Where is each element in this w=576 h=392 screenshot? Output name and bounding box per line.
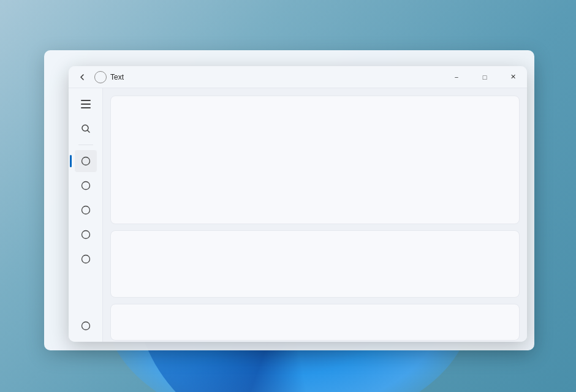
sidebar-item-2[interactable] — [75, 175, 97, 197]
svg-rect-2 — [81, 107, 91, 108]
sidebar-item-4[interactable] — [75, 224, 97, 246]
content-panel-2 — [110, 230, 520, 298]
sidebar-item-search[interactable] — [75, 118, 97, 140]
title-bar-left: Text — [74, 69, 442, 86]
window-title: Text — [110, 73, 124, 81]
title-circle-icon — [94, 71, 107, 83]
sidebar — [69, 88, 103, 342]
svg-point-9 — [81, 322, 89, 330]
svg-point-6 — [81, 206, 89, 214]
svg-point-8 — [81, 255, 89, 263]
content-panel-3 — [110, 304, 520, 341]
svg-rect-1 — [81, 104, 91, 105]
main-window: Text − □ ✕ — [69, 66, 527, 342]
svg-point-7 — [81, 231, 89, 239]
sidebar-item-menu[interactable] — [75, 93, 97, 115]
window-body — [69, 88, 527, 342]
sidebar-item-3[interactable] — [75, 199, 97, 221]
sidebar-divider — [78, 145, 93, 145]
svg-point-4 — [81, 157, 89, 165]
content-area[interactable] — [103, 88, 527, 342]
title-bar: Text − □ ✕ — [69, 66, 527, 88]
maximize-button[interactable]: □ — [471, 66, 499, 88]
content-panel-1 — [110, 96, 520, 224]
close-button[interactable]: ✕ — [499, 66, 527, 88]
sidebar-item-1[interactable] — [75, 150, 97, 172]
sidebar-item-5[interactable] — [75, 248, 97, 270]
back-button[interactable] — [74, 69, 91, 86]
sidebar-item-bottom[interactable] — [75, 315, 97, 337]
minimize-button[interactable]: − — [442, 66, 471, 88]
title-bar-controls: − □ ✕ — [442, 66, 527, 88]
svg-rect-0 — [81, 100, 91, 101]
svg-point-5 — [81, 182, 89, 190]
